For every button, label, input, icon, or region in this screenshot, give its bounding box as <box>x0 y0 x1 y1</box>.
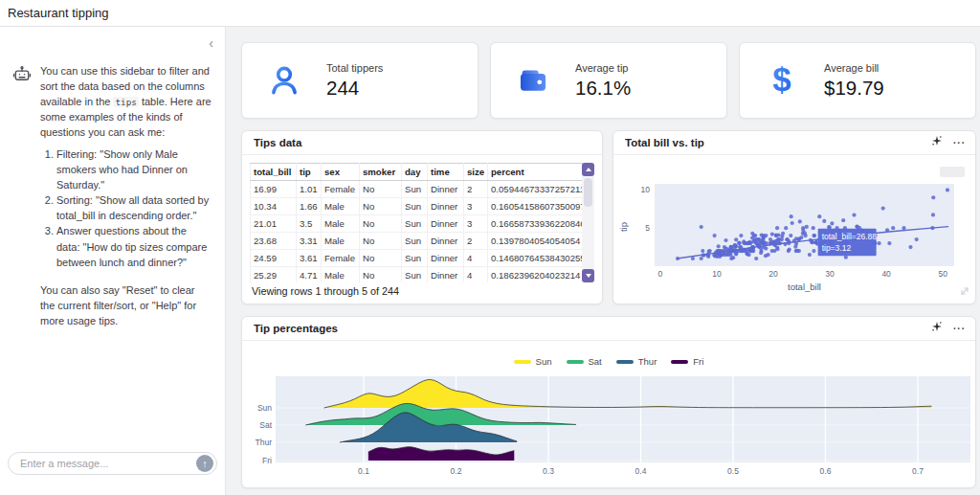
send-button[interactable]: ↑ <box>196 455 213 472</box>
table-row: 24.593.61FemaleNoSunDinner40.14680764538… <box>251 250 584 267</box>
tips-table-body: 16.991.01FemaleNoSunDinner20.05944673337… <box>251 181 584 283</box>
robot-icon <box>12 63 32 328</box>
column-header[interactable]: percent <box>488 164 584 181</box>
table-row: 16.991.01FemaleNoSunDinner20.05944673337… <box>251 181 584 198</box>
triangle-up-icon <box>586 168 591 171</box>
main-content: Total tippers 244 Average tip 16.1% <box>226 27 980 495</box>
svg-text:0.2: 0.2 <box>451 466 462 476</box>
table-cell: 4 <box>464 267 488 283</box>
svg-text:0.1: 0.1 <box>358 466 369 476</box>
expand-icon[interactable] <box>959 283 970 301</box>
table-cell: Male <box>322 233 360 250</box>
legend-item[interactable]: Sat <box>567 356 602 367</box>
table-cell: No <box>360 181 402 198</box>
table-cell: 10.34 <box>251 198 297 215</box>
table-cell: 0.05944673337257211 <box>488 181 584 198</box>
svg-text:0.3: 0.3 <box>543 466 554 476</box>
scroll-down-button[interactable] <box>582 269 594 282</box>
scatter-card: Total bill vs. tip ··· 01020304050510tot… <box>612 130 976 304</box>
assistant-message-text: You can use this sidebar to filter and s… <box>40 63 212 328</box>
column-header[interactable]: smoker <box>360 164 402 181</box>
column-header[interactable]: sex <box>322 164 360 181</box>
table-cell: Sun <box>402 215 428 233</box>
scrollbar-thumb[interactable] <box>584 178 592 207</box>
row-label: Sun <box>257 403 272 413</box>
table-cell: Dinner <box>428 215 464 233</box>
app-window: Restaurant tipping ‹ You can use this si… <box>0 0 980 495</box>
y-axis-label: tip <box>618 222 629 232</box>
value-box-total-tippers: Total tippers 244 <box>241 42 479 119</box>
hover-tooltip: total_bill=26.88tip=3.12 <box>813 229 878 257</box>
table-cell: Sun <box>402 181 428 198</box>
legend-item[interactable]: Thur <box>616 356 657 367</box>
arrow-up-icon: ↑ <box>202 458 208 469</box>
value-box-average-tip: Average tip 16.1% <box>490 42 727 119</box>
dollar-icon: $ <box>740 62 824 99</box>
legend-item[interactable]: Sun <box>514 356 552 367</box>
table-cell: No <box>360 198 402 215</box>
column-header[interactable]: tip <box>297 164 322 181</box>
table-cell: 0.1862396204023214 <box>488 267 584 283</box>
svg-text:total_bill=26.88: total_bill=26.88 <box>822 232 878 241</box>
legend-label: Sat <box>589 356 602 367</box>
table-scroll-area[interactable]: total_billtipsexsmokerdaytimesizepercent… <box>250 163 594 282</box>
tip-percentages-card-header: Tip percentages ··· <box>242 317 975 341</box>
svg-text:0: 0 <box>658 269 663 279</box>
table-cell: 23.68 <box>251 233 297 250</box>
table-cell: 3 <box>464 215 488 233</box>
chart-legend: SunSatThurFri <box>242 356 975 367</box>
svg-text:30: 30 <box>825 269 835 279</box>
column-header[interactable]: total_bill <box>251 164 297 181</box>
table-cell: 24.59 <box>251 250 297 267</box>
scatter-plot[interactable]: 01020304050510total_billtiptotal_bill=26… <box>613 155 975 304</box>
value-box-value: $19.79 <box>824 77 884 100</box>
svg-text:$: $ <box>772 62 791 98</box>
table-scrollbar[interactable] <box>582 163 594 282</box>
table-cell: Male <box>322 215 360 233</box>
scroll-up-button[interactable] <box>582 163 594 176</box>
table-cell: Male <box>322 198 360 215</box>
intro-paragraph: You can use this sidebar to filter and s… <box>40 63 212 140</box>
table-cell: Sun <box>402 198 428 215</box>
column-header[interactable]: time <box>428 164 464 181</box>
table-cell: Sun <box>402 250 428 267</box>
row-label: Sat <box>259 420 272 430</box>
person-icon <box>242 63 326 98</box>
sparkle-icon[interactable] <box>931 317 943 341</box>
chat-input[interactable] <box>9 458 196 469</box>
table-row: 10.341.66MaleNoSunDinner30.1605415860735… <box>251 198 584 215</box>
table-cell: No <box>360 215 402 233</box>
table-cell: 21.01 <box>251 215 297 233</box>
table-cell: No <box>360 233 402 250</box>
table-cell: Sun <box>402 267 428 283</box>
value-box-label: Total tippers <box>326 62 383 74</box>
legend-item[interactable]: Fri <box>671 356 703 367</box>
example-question-list: Filtering: "Show only Male smokers who h… <box>40 146 212 269</box>
column-header[interactable]: size <box>464 164 488 181</box>
sidebar-collapse-icon[interactable]: ‹ <box>209 36 213 50</box>
table-cell: No <box>360 267 402 283</box>
table-cell: Dinner <box>428 181 464 198</box>
ellipsis-icon[interactable]: ··· <box>953 139 966 148</box>
code-token-tips: tips <box>113 97 138 107</box>
svg-text:0.5: 0.5 <box>727 466 739 476</box>
table-cell: 3 <box>464 198 488 215</box>
table-cell: 2 <box>464 181 488 198</box>
table-cell: 0.1397804054054054 <box>488 233 584 250</box>
tips-table: total_billtipsexsmokerdaytimesizepercent… <box>250 163 584 282</box>
value-box-text: Average bill $19.79 <box>824 62 884 100</box>
table-cell: Female <box>322 181 360 198</box>
triangle-down-icon <box>586 274 591 278</box>
chat-input-box: ↑ <box>8 452 217 475</box>
ellipsis-icon[interactable]: ··· <box>953 325 966 334</box>
column-header[interactable]: day <box>402 164 428 181</box>
value-box-value: 244 <box>326 77 383 100</box>
svg-text:50: 50 <box>938 269 947 279</box>
legend-label: Sun <box>536 356 552 367</box>
table-row: 23.683.31MaleNoSunDinner20.1397804054054… <box>251 233 584 250</box>
table-cell: Dinner <box>428 198 464 215</box>
table-header-row: total_billtipsexsmokerdaytimesizepercent <box>251 164 584 181</box>
modebar-ghost-button <box>940 167 965 177</box>
sparkle-icon[interactable] <box>931 131 943 155</box>
list-item: Answer questions about the data: "How do… <box>56 223 212 269</box>
